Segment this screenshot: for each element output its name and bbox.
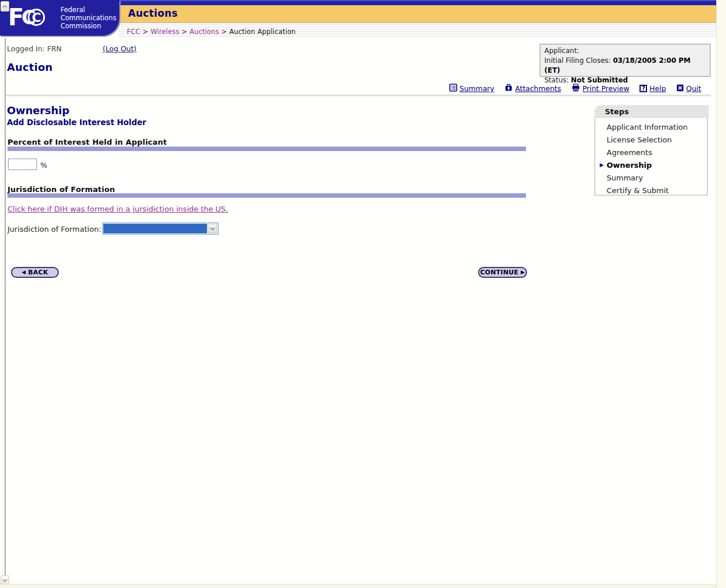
jurisdiction-label: Jurisdiction of Formation: xyxy=(7,225,101,233)
summary-label: Summary xyxy=(460,84,494,93)
filing-closes-row: Initial Filing Closes: 03/18/2005 2:00 P… xyxy=(544,56,706,76)
percent-section-bar xyxy=(7,146,526,151)
breadcrumb-separator: > xyxy=(221,28,227,36)
section-title: Ownership xyxy=(7,104,69,116)
step-applicant-information: ▶Applicant Information xyxy=(595,120,707,133)
vertical-scrollbar-track[interactable] xyxy=(716,0,726,588)
left-page-border xyxy=(5,38,6,584)
step-agreements: ▶Agreements xyxy=(595,146,707,159)
fcc-logo-c2: C xyxy=(28,9,45,26)
breadcrumb-link-wireless[interactable]: Wireless xyxy=(151,28,179,36)
breadcrumb-separator: > xyxy=(142,28,148,36)
toolbar-divider xyxy=(6,95,711,96)
help-question-icon xyxy=(640,85,647,92)
summary-link[interactable]: Summary xyxy=(449,84,494,93)
back-arrow-icon: ◀ xyxy=(22,270,26,275)
step-ownership: ▶Ownership xyxy=(595,159,707,171)
applicant-info-box: Applicant: Initial Filing Closes: 03/18/… xyxy=(540,44,710,77)
attachments-label: Attachments xyxy=(515,84,561,93)
breadcrumb-current: Auction Application xyxy=(230,28,296,36)
step-label: Certify & Submit xyxy=(607,186,669,195)
fcc-logo-icon: F C C xyxy=(8,7,45,28)
percent-input[interactable] xyxy=(8,159,37,170)
quit-x-icon xyxy=(676,84,684,93)
help-link[interactable]: Help xyxy=(640,84,666,93)
continue-button[interactable]: CONTINUE ▶ xyxy=(478,267,527,278)
logged-in-label: Logged In: FRN xyxy=(7,44,62,53)
scroll-up-button[interactable] xyxy=(1,1,9,12)
printer-icon xyxy=(571,84,580,93)
back-button[interactable]: ◀ BACK xyxy=(11,267,59,278)
horizontal-scrollbar-strip xyxy=(0,584,716,588)
gold-banner xyxy=(111,5,716,23)
print-preview-link[interactable]: Print Preview xyxy=(571,84,629,93)
steps-title: Steps xyxy=(605,107,629,116)
applicant-label: Applicant: xyxy=(544,46,706,56)
banner-title: Auctions xyxy=(128,7,178,19)
chevron-down-icon[interactable] xyxy=(208,224,217,233)
steps-header: Steps xyxy=(595,105,709,118)
continue-button-label: CONTINUE xyxy=(480,269,518,276)
breadcrumb-separator: > xyxy=(182,28,187,36)
status-value: Not Submitted xyxy=(571,76,628,84)
jurisdiction-select[interactable] xyxy=(102,223,219,235)
step-label: Ownership xyxy=(607,161,652,169)
step-label: Summary xyxy=(607,174,643,182)
quit-label: Quit xyxy=(686,84,701,93)
step-label: Agreements xyxy=(607,148,652,157)
org-line: Federal xyxy=(61,6,116,14)
dih-us-jurisdiction-link[interactable]: Click here if DIH was formed in a jursid… xyxy=(7,205,228,213)
continue-arrow-icon: ▶ xyxy=(521,270,525,275)
org-line: Commission xyxy=(61,22,116,30)
attachment-upload-icon xyxy=(505,84,513,93)
active-step-arrow-icon: ▶ xyxy=(600,162,607,168)
fcc-org-name: Federal Communications Commission xyxy=(61,6,116,30)
filing-closes-label: Initial Filing Closes: xyxy=(544,56,613,65)
section-subtitle: Add Disclosable Interest Holder xyxy=(7,118,146,127)
jurisdiction-select-value xyxy=(103,224,207,233)
fcc-logo-block: F C C Federal Communications Commission xyxy=(0,0,119,36)
breadcrumb-link-auctions[interactable]: Auctions xyxy=(190,28,219,36)
percent-suffix: % xyxy=(40,161,47,169)
attachments-link[interactable]: Attachments xyxy=(505,84,561,93)
logout-link[interactable]: (Log Out) xyxy=(103,44,137,53)
breadcrumb-link-fcc[interactable]: FCC xyxy=(127,28,140,36)
help-label: Help xyxy=(649,84,666,93)
steps-panel: ▶Applicant Information ▶License Selectio… xyxy=(595,118,708,195)
breadcrumb: FCC>Wireless>Auctions>Auction Applicatio… xyxy=(127,28,296,36)
step-license-selection: ▶License Selection xyxy=(595,133,707,146)
percent-heading: Percent of Interest Held in Applicant xyxy=(7,138,167,146)
step-label: Applicant Information xyxy=(607,123,687,131)
toolbar: Summary Attachments Print Preview Help Q… xyxy=(449,84,701,93)
print-preview-label: Print Preview xyxy=(582,84,629,93)
step-certify-submit: ▶Certify & Submit xyxy=(595,184,707,197)
quit-link[interactable]: Quit xyxy=(676,84,701,93)
summary-list-icon xyxy=(449,84,457,93)
jurisdiction-heading: Jurisdiction of Formation xyxy=(7,185,115,194)
status-label: Status: xyxy=(544,76,571,84)
step-label: License Selection xyxy=(607,135,672,144)
jurisdiction-section-bar xyxy=(7,193,526,198)
org-line: Communications xyxy=(61,14,116,22)
back-button-label: BACK xyxy=(28,269,48,276)
page-title: Auction xyxy=(7,61,52,73)
step-summary: ▶Summary xyxy=(595,171,707,184)
